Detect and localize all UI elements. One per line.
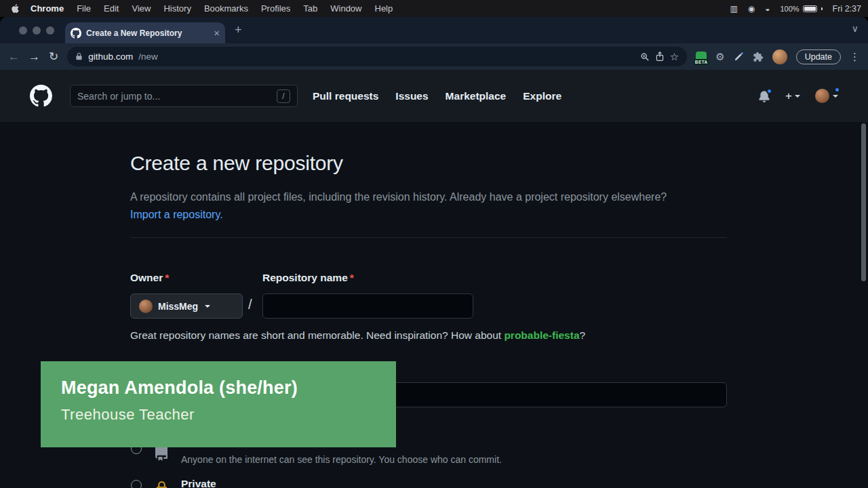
menubar-item-edit[interactable]: Edit — [104, 3, 119, 14]
padlock-icon[interactable] — [75, 52, 83, 61]
github-search-box[interactable]: / — [70, 85, 298, 107]
menubar-status-area: ▥ ◉ ◒ 100% Fri 2:37 — [730, 4, 868, 14]
owner-select-button[interactable]: MissMeg — [130, 293, 243, 319]
notification-dot — [766, 88, 772, 94]
github-logo[interactable] — [30, 85, 52, 107]
extensions-puzzle-icon[interactable] — [753, 52, 764, 62]
search-input[interactable] — [77, 91, 271, 102]
owner-name: MissMeg — [158, 301, 198, 312]
repo-book-icon — [153, 445, 170, 464]
menubar-item-bookmarks[interactable]: Bookmarks — [204, 3, 248, 14]
menubar-item-window[interactable]: Window — [330, 3, 361, 14]
beta-extension-icon[interactable]: BETA — [696, 52, 707, 62]
battery-icon — [803, 5, 817, 12]
status-grid-icon[interactable]: ▥ — [730, 4, 737, 14]
battery-percent: 100% — [780, 5, 799, 13]
repository-name-label: Repository name* — [262, 272, 354, 284]
page-title: Create a new repository — [130, 152, 343, 175]
overlay-person-role: Treehouse Teacher — [61, 406, 396, 424]
minimize-window-button[interactable] — [33, 26, 41, 35]
nav-pull-requests[interactable]: Pull requests — [313, 90, 378, 102]
tab-title: Create a New Repository — [86, 28, 209, 38]
reload-button[interactable]: ↻ — [49, 51, 58, 62]
owner-repo-separator: / — [248, 297, 252, 312]
chevron-down-icon — [795, 95, 800, 98]
github-favicon — [71, 28, 81, 39]
github-nav: Pull requests Issues Marketplace Explore — [313, 90, 561, 102]
menubar-item-view[interactable]: View — [132, 3, 151, 14]
public-option-description: Anyone on the internet can see this repo… — [181, 454, 502, 465]
menubar-app-name[interactable]: Chrome — [31, 3, 64, 14]
owner-label: Owner* — [130, 272, 169, 284]
url-host: github.com — [88, 52, 133, 62]
overlay-person-name: Megan Amendola (she/her) — [61, 378, 396, 399]
address-bar[interactable]: github.com/new ☆ — [67, 47, 687, 66]
page-intro: A repository contains all project files,… — [130, 188, 692, 224]
suggested-repo-name-link[interactable]: probable-fiesta — [504, 329, 579, 341]
back-button[interactable]: ← — [8, 51, 20, 62]
create-new-menu[interactable]: + — [785, 89, 800, 103]
tab-search-icon[interactable]: ∨ — [852, 23, 859, 34]
nav-marketplace[interactable]: Marketplace — [446, 90, 507, 102]
menubar-item-profiles[interactable]: Profiles — [261, 3, 290, 14]
battery-tip — [821, 7, 823, 10]
chevron-down-icon — [205, 305, 210, 308]
menubar-item-history[interactable]: History — [163, 3, 191, 14]
import-repository-link[interactable]: Import a repository. — [130, 209, 223, 220]
private-option-label[interactable]: Private — [181, 478, 216, 488]
browser-menu-icon[interactable]: ⋮ — [850, 51, 860, 63]
tab-strip: Create a New Repository × + ∨ — [0, 17, 868, 43]
intro-text: A repository contains all project files,… — [130, 191, 667, 203]
notifications-bell-icon[interactable] — [758, 90, 770, 102]
status-record-icon[interactable]: ◉ — [748, 4, 755, 14]
pen-extension-icon[interactable] — [734, 52, 744, 62]
screen: Chrome File Edit View History Bookmarks … — [0, 0, 868, 488]
url-path: /new — [138, 52, 158, 62]
avatar-notification-dot — [834, 87, 840, 93]
search-shortcut-badge: / — [277, 89, 290, 103]
github-header-actions: + — [758, 89, 838, 103]
browser-tab[interactable]: Create a New Repository × — [65, 22, 225, 43]
user-avatar — [815, 89, 829, 103]
required-asterisk: * — [165, 272, 169, 283]
zoom-icon[interactable] — [640, 52, 650, 62]
bookmark-star-icon[interactable]: ☆ — [670, 51, 679, 63]
menubar-clock[interactable]: Fri 2:37 — [833, 4, 861, 14]
scrollbar-thumb[interactable] — [861, 123, 866, 281]
forward-button[interactable]: → — [28, 51, 40, 62]
apple-icon[interactable] — [11, 3, 20, 14]
plus-icon: + — [785, 89, 792, 103]
browser-profile-avatar[interactable] — [772, 49, 787, 64]
gear-extension-icon[interactable]: ⚙ — [715, 51, 724, 63]
nav-explore[interactable]: Explore — [523, 90, 561, 102]
browser-toolbar: ← → ↻ github.com/new ☆ BETA — [0, 43, 868, 70]
lock-icon — [155, 481, 169, 488]
user-avatar-menu[interactable] — [815, 89, 838, 103]
divider — [130, 237, 727, 238]
status-mirror-icon[interactable]: ◒ — [765, 4, 770, 14]
name-card-overlay: Megan Amendola (she/her) Treehouse Teach… — [41, 361, 396, 447]
menubar-item-file[interactable]: File — [77, 3, 91, 14]
nav-issues[interactable]: Issues — [395, 90, 428, 102]
chevron-down-icon — [833, 95, 838, 98]
required-asterisk: * — [350, 272, 354, 283]
menubar-item-tab[interactable]: Tab — [303, 3, 317, 14]
battery-indicator[interactable]: 100% — [780, 5, 822, 13]
private-radio[interactable] — [131, 480, 142, 488]
update-button[interactable]: Update — [796, 49, 841, 64]
tab-close-icon[interactable]: × — [214, 28, 220, 38]
traffic-lights — [19, 26, 54, 35]
macos-menubar: Chrome File Edit View History Bookmarks … — [0, 0, 868, 17]
zoom-window-button[interactable] — [46, 26, 54, 35]
menubar-item-help[interactable]: Help — [375, 3, 393, 14]
new-tab-button[interactable]: + — [235, 23, 242, 37]
share-icon[interactable] — [655, 52, 665, 62]
github-header: / Pull requests Issues Marketplace Explo… — [0, 70, 868, 122]
close-window-button[interactable] — [19, 26, 27, 35]
owner-avatar — [139, 300, 153, 313]
repository-name-input[interactable] — [262, 293, 473, 319]
repo-name-hint: Great repository names are short and mem… — [130, 329, 585, 342]
